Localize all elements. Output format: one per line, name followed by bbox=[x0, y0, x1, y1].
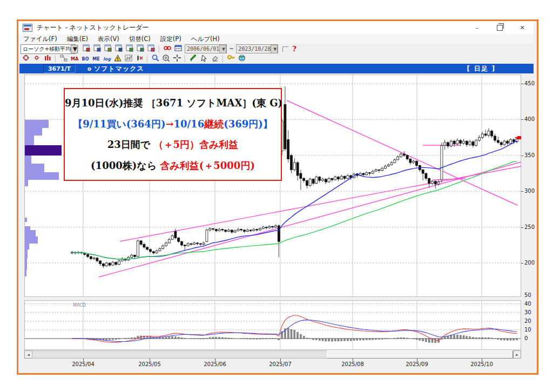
chart-window-icon-5 bbox=[125, 44, 134, 54]
scroll-right-button[interactable]: ► bbox=[513, 350, 521, 359]
chart-window-2-button[interactable] bbox=[92, 44, 103, 53]
scrollbar-thumb[interactable] bbox=[327, 350, 513, 359]
target-button[interactable] bbox=[21, 55, 31, 64]
key-icon bbox=[227, 54, 235, 64]
symbol-code[interactable]: 3671/T bbox=[43, 64, 76, 73]
menu-bar: ファイル(F)編集(E)表示(V)切替(C)設定(P)ヘルプ(H) bbox=[18, 34, 534, 44]
range-checkbox[interactable] bbox=[282, 46, 288, 52]
date-to-value: 2023/10/28 bbox=[237, 46, 271, 52]
warning-icon bbox=[113, 54, 122, 64]
bo-button[interactable]: BO bbox=[80, 55, 91, 64]
macd-tick-label: 20 bbox=[524, 318, 538, 324]
date-from-select[interactable]: 2006/06/01 ▼ bbox=[185, 44, 227, 53]
target-small-button[interactable] bbox=[31, 55, 42, 64]
log-button[interactable]: log bbox=[102, 55, 112, 64]
menu-item-2[interactable]: 編集(E) bbox=[62, 35, 93, 43]
date-tick-label: 2025/06 bbox=[204, 361, 226, 367]
date-to-select[interactable]: 2023/10/28 ▼ bbox=[236, 44, 278, 53]
binoculars-icon bbox=[163, 44, 172, 54]
restore-icon bbox=[497, 25, 503, 31]
chart-window-7-button[interactable] bbox=[146, 44, 157, 53]
annotation-line-3: 23日間で （＋5円）含み利益 bbox=[65, 138, 281, 151]
price-tick-label: 250 bbox=[524, 224, 538, 230]
compare-bars-button[interactable] bbox=[42, 55, 53, 64]
crosshair-icon bbox=[173, 54, 181, 64]
ma-button[interactable]: MA bbox=[69, 55, 80, 64]
crosshair-button[interactable] bbox=[172, 55, 183, 64]
globe-icon bbox=[238, 54, 246, 64]
magnifier-button[interactable] bbox=[150, 55, 161, 64]
menu-item-5[interactable]: 設定(P) bbox=[156, 35, 186, 43]
menu-item-1[interactable]: ファイル(F) bbox=[18, 35, 62, 43]
timeframe-label: [ 日足 ] bbox=[467, 65, 496, 73]
date-tick-label: 2025/09 bbox=[406, 361, 428, 367]
chevron-down-icon[interactable]: ▼ bbox=[71, 45, 78, 53]
zoom-range-button[interactable] bbox=[161, 55, 172, 64]
ma-icon: MA bbox=[71, 57, 78, 62]
annotation-line-4: (1000株)なら 含み利益(＋5000円) bbox=[65, 159, 281, 172]
separator bbox=[78, 45, 79, 53]
calendar-icon bbox=[174, 44, 183, 54]
annotation-line-1: 9月10日(水)推奨 ［3671 ソフトMAX］(東 G) bbox=[65, 97, 281, 110]
price-tick-label: 400 bbox=[524, 116, 538, 122]
warning-button[interactable] bbox=[112, 55, 123, 64]
log-icon: log bbox=[103, 57, 111, 62]
symbol-name: ソフトマックス bbox=[94, 64, 144, 73]
cursor-button[interactable] bbox=[199, 55, 210, 64]
eraser-icon bbox=[211, 54, 219, 64]
price-tick-label: 300 bbox=[524, 188, 538, 194]
chart-window-icon-6 bbox=[136, 44, 145, 54]
bo-icon: BO bbox=[82, 57, 89, 62]
symbol-bar: 3671/T o ソフトマックス [ 日足 ] bbox=[19, 64, 534, 73]
window-controls: – ✕ bbox=[466, 21, 534, 34]
chevron-down-icon[interactable]: ▼ bbox=[219, 45, 226, 53]
chart-window-icon-7 bbox=[147, 44, 156, 54]
cursor-icon bbox=[200, 54, 208, 64]
magnifier-icon bbox=[151, 54, 160, 64]
link-button[interactable] bbox=[58, 55, 69, 64]
calendar-button[interactable] bbox=[173, 44, 184, 53]
recommendation-annotation: 9月10日(水)推奨 ［3671 ソフトMAX］(東 G)【9/11買い(364… bbox=[64, 88, 282, 181]
menu-item-4[interactable]: 切替(C) bbox=[124, 35, 156, 43]
macd-tick-label: 10 bbox=[524, 327, 538, 333]
date-from-value: 2006/06/01 bbox=[185, 46, 219, 52]
separator bbox=[147, 55, 148, 63]
me-button[interactable]: ME bbox=[91, 55, 102, 64]
grid-chart-button[interactable] bbox=[123, 55, 134, 64]
macd-tick-label: 40 bbox=[524, 301, 538, 307]
macd-tick-label: 30 bbox=[524, 309, 538, 315]
candle-delete-button[interactable] bbox=[134, 55, 145, 64]
chart-window-3-button[interactable] bbox=[103, 44, 113, 53]
macd-tick-label: 0 bbox=[524, 335, 538, 341]
chart-type-value: ローソク+移動平均 bbox=[21, 45, 71, 53]
chart-window-6-button[interactable] bbox=[135, 44, 146, 53]
chart-window-5-button[interactable] bbox=[124, 44, 135, 53]
chart-window-icon-3 bbox=[104, 44, 112, 54]
close-button[interactable]: ✕ bbox=[511, 21, 534, 34]
chevron-down-icon[interactable]: ▼ bbox=[271, 45, 278, 53]
menu-item-6[interactable]: ヘルプ(H) bbox=[186, 35, 225, 43]
me-icon: ME bbox=[92, 57, 99, 62]
macd-label: MACD bbox=[73, 303, 86, 308]
separator bbox=[55, 55, 56, 63]
pencil-button[interactable] bbox=[188, 55, 199, 64]
macd-chart[interactable]: MACD bbox=[24, 300, 521, 350]
symbol-marker: o bbox=[87, 66, 91, 72]
separator bbox=[222, 55, 224, 63]
help-button[interactable]: ? bbox=[292, 45, 296, 53]
key-button[interactable] bbox=[226, 55, 237, 64]
scroll-left-button[interactable]: ◄ bbox=[24, 350, 32, 359]
price-tick-label: 350 bbox=[524, 152, 538, 158]
eraser-button[interactable] bbox=[210, 55, 220, 64]
chart-window-1-button[interactable] bbox=[81, 44, 92, 53]
restore-button[interactable] bbox=[488, 21, 511, 34]
binoculars-button[interactable] bbox=[162, 44, 173, 53]
chart-type-select[interactable]: ローソク+移動平均 ▼ bbox=[21, 44, 76, 54]
menu-item-3[interactable]: 表示(V) bbox=[93, 35, 124, 43]
chart-window-4-button[interactable] bbox=[113, 44, 124, 53]
date-tick-label: 2025/08 bbox=[341, 361, 364, 367]
chart-window-icon-4 bbox=[114, 44, 123, 54]
minimize-button[interactable]: – bbox=[466, 21, 488, 34]
window-title: チャート - ネットストックトレーダー bbox=[37, 23, 149, 32]
globe-button[interactable] bbox=[237, 55, 247, 64]
